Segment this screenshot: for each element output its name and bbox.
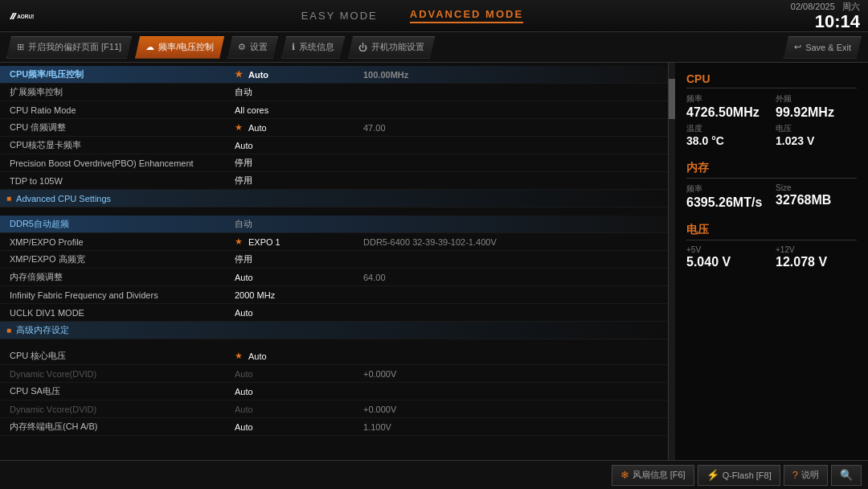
- bottom-bar: ❄ 风扇信息 [F6] ⚡ Q-Flash [F8] ? 说明 🔍: [0, 460, 868, 489]
- gear-icon: ⚙: [238, 42, 246, 52]
- star-icon4: ★: [235, 351, 243, 361]
- search-icon: 🔍: [840, 469, 853, 481]
- mem-size-value: 32768MB: [776, 192, 857, 208]
- dvid-row1[interactable]: Dynamic Vcore(DVID) Auto +0.000V: [0, 365, 668, 383]
- section-bullet-icon2: ■: [6, 326, 11, 335]
- v12-block: +12V 12.078 V: [776, 245, 857, 269]
- navbar: ⊞ 开启我的偏好页面 [F11] ☁ 频率/电压控制 ⚙ 设置 ℹ 系统信息 ⏻…: [0, 32, 868, 63]
- nav-favorites-btn[interactable]: ⊞ 开启我的偏好页面 [F11]: [6, 36, 132, 59]
- section-bullet-icon: ■: [6, 194, 11, 203]
- power-icon: ⏻: [358, 43, 367, 52]
- mode-selector: EASY MODE ADVANCED MODE: [34, 8, 791, 23]
- cpu-core-volt-row[interactable]: CPU 核心电压 ★Auto: [0, 347, 668, 365]
- uclk-div1-row[interactable]: UCLK DIV1 MODE Auto: [0, 304, 668, 322]
- cpu-temp-block: 温度 38.0 °C: [686, 123, 768, 148]
- fan-info-btn[interactable]: ❄ 风扇信息 [F6]: [612, 465, 694, 486]
- mem-ratio-row[interactable]: 内存倍频调整 Auto 64.00: [0, 269, 668, 286]
- nav-save-exit-btn[interactable]: ↩ Save & Exit: [784, 36, 862, 59]
- v12-value: 12.078 V: [776, 254, 857, 269]
- cpu-freq-label: 频率: [686, 93, 768, 105]
- mem-freq-block: 频率 6395.26MT/s: [686, 183, 768, 210]
- advanced-mem-section[interactable]: ■ 高级内存设定: [0, 322, 668, 339]
- expand-freq-row[interactable]: 扩展频率控制 自动: [0, 84, 668, 101]
- mem-info-grid: 频率 6395.26MT/s Size 32768MB: [686, 183, 857, 210]
- volt-info-grid: +5V 5.040 V +12V 12.078 V: [686, 245, 857, 269]
- nav-sysinfo-btn[interactable]: ℹ 系统信息: [281, 36, 345, 59]
- v12-label: +12V: [776, 245, 857, 254]
- nav-boot-btn[interactable]: ⏻ 开机功能设置: [348, 36, 435, 59]
- cpu-temp-label: 温度: [686, 123, 768, 134]
- mem-freq-value: 6395.26MT/s: [686, 195, 768, 210]
- nav-settings-btn[interactable]: ⚙ 设置: [227, 36, 278, 59]
- cpu-ratio-row[interactable]: CPU 倍频调整 ★Auto 47.00: [0, 119, 668, 137]
- settings-panel[interactable]: CPU频率/电压控制 ★Auto 100.00MHz 扩展频率控制 自动 CPU…: [0, 63, 669, 460]
- cpu-volt-value: 1.023 V: [776, 134, 857, 148]
- cpu-section-value: ★Auto: [235, 69, 363, 80]
- cpu-section-name: CPU频率/电压控制: [10, 68, 235, 80]
- star-icon2: ★: [235, 122, 243, 133]
- ddr5-section-header[interactable]: DDR5自动超频 自动: [0, 216, 668, 233]
- mem-size-label: Size: [776, 183, 857, 192]
- exit-icon: ↩: [794, 42, 801, 52]
- mem-size-block: Size 32768MB: [776, 183, 857, 210]
- qflash-btn[interactable]: ⚡ Q-Flash [F8]: [698, 465, 780, 486]
- aorus-logo-icon: AORUS: [8, 6, 34, 26]
- cpu-ratio-mode-row[interactable]: CPU Ratio Mode All cores: [0, 101, 668, 119]
- v5-block: +5V 5.040 V: [686, 245, 768, 269]
- advanced-cpu-section[interactable]: ■ Advanced CPU Settings: [0, 190, 668, 208]
- info-panel: CPU 频率 4726.50MHz 外频 99.92MHz 温度 38.0 °C…: [675, 63, 868, 460]
- svg-text:AORUS: AORUS: [17, 13, 34, 18]
- settings-area: CPU频率/电压控制 ★Auto 100.00MHz 扩展频率控制 自动 CPU…: [0, 63, 675, 460]
- search-btn[interactable]: 🔍: [831, 465, 862, 486]
- cpu-volt-block: 电压 1.023 V: [776, 123, 857, 148]
- info-icon: ℹ: [292, 42, 295, 52]
- cpu-info-section: CPU 频率 4726.50MHz 外频 99.92MHz 温度 38.0 °C…: [686, 72, 857, 148]
- nav-freq-voltage-btn[interactable]: ☁ 频率/电压控制: [135, 36, 224, 59]
- home-icon: ⊞: [17, 42, 24, 52]
- cpu-igpu-freq-row[interactable]: CPU核芯显卡频率 Auto: [0, 137, 668, 154]
- expo-profile-row[interactable]: XMP/EXPO Profile ★EXPO 1 DDR5-6400 32-39…: [0, 233, 668, 251]
- cpu-section-header[interactable]: CPU频率/电压控制 ★Auto 100.00MHz: [0, 66, 668, 84]
- cpu-freq-value: 4726.50MHz: [686, 105, 768, 120]
- infinity-fabric-row[interactable]: Infinity Fabric Frequency and Dividers 2…: [0, 286, 668, 304]
- cpu-section-extra: 100.00MHz: [363, 70, 408, 80]
- volt-info-section: 电压 +5V 5.040 V +12V 12.078 V: [686, 223, 857, 269]
- expo-bandwidth-row[interactable]: XMP/EXPO 高频宽 停用: [0, 251, 668, 269]
- time-display: 10:14: [791, 13, 860, 31]
- flash-icon: ⚡: [706, 469, 719, 481]
- star-icon: ★: [235, 69, 243, 80]
- advanced-mode-label[interactable]: ADVANCED MODE: [410, 8, 523, 23]
- cpu-freq-block: 频率 4726.50MHz: [686, 93, 768, 120]
- logo: AORUS: [8, 6, 34, 26]
- dvid-row2[interactable]: Dynamic Vcore(DVID) Auto +0.000V: [0, 401, 668, 418]
- cpu-temp-value: 38.0 °C: [686, 134, 768, 148]
- cpu-volt-label: 电压: [776, 123, 857, 134]
- mem-info-section: 内存 频率 6395.26MT/s Size 32768MB: [686, 161, 857, 210]
- header: AORUS EASY MODE ADVANCED MODE 02/08/2025…: [0, 0, 868, 32]
- easy-mode-label[interactable]: EASY MODE: [301, 10, 378, 22]
- freq-icon: ☁: [145, 42, 154, 52]
- star-icon3: ★: [235, 236, 243, 247]
- pbo-row[interactable]: Precision Boost Overdrive(PBO) Enhanceme…: [0, 154, 668, 172]
- cpu-info-title: CPU: [686, 72, 857, 88]
- weekday-display: 周六: [842, 2, 860, 11]
- v5-value: 5.040 V: [686, 254, 768, 269]
- help-btn[interactable]: ? 说明: [784, 465, 828, 486]
- mem-terminal-volt-row[interactable]: 内存终端电压(CH A/B) Auto 1.100V: [0, 418, 668, 436]
- cpu-ext-freq-label: 外频: [776, 93, 857, 105]
- spacer1: [0, 208, 668, 216]
- v5-label: +5V: [686, 245, 768, 254]
- date-display: 02/08/2025: [791, 2, 835, 11]
- mem-freq-label: 频率: [686, 183, 768, 195]
- cpu-ext-freq-block: 外频 99.92MHz: [776, 93, 857, 120]
- tdp-row[interactable]: TDP to 105W 停用: [0, 172, 668, 190]
- datetime: 02/08/2025 周六 10:14: [791, 1, 860, 31]
- vertical-scrollbar[interactable]: [669, 63, 675, 460]
- help-icon: ?: [792, 469, 798, 481]
- cpu-sa-volt-row[interactable]: CPU SA电压 Auto: [0, 383, 668, 401]
- cpu-ext-freq-value: 99.92MHz: [776, 105, 857, 120]
- main-content: CPU频率/电压控制 ★Auto 100.00MHz 扩展频率控制 自动 CPU…: [0, 63, 868, 460]
- mem-info-title: 内存: [686, 161, 857, 179]
- cpu-info-grid: 频率 4726.50MHz 外频 99.92MHz 温度 38.0 °C 电压 …: [686, 93, 857, 148]
- scrollbar-thumb[interactable]: [669, 79, 675, 119]
